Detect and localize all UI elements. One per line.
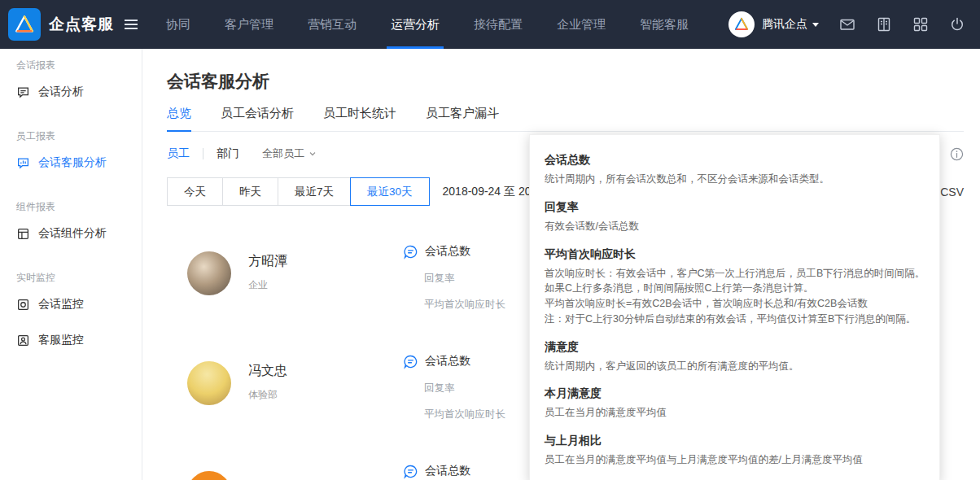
filter-by-employee[interactable]: 员工 xyxy=(167,146,190,161)
chat-total-icon xyxy=(403,464,418,479)
metric-avg-first-response-label: 平均首次响应时长 xyxy=(424,408,505,421)
menu-icon[interactable] xyxy=(125,20,138,29)
page-title: 会话客服分析 xyxy=(167,70,964,93)
sidebar-item-agent-monitor[interactable]: 客服监控 xyxy=(0,322,142,358)
tooltip-section: 平均首次响应时长 首次响应时长：有效会话中，客户C第一次上行消息后，员工B下行消… xyxy=(545,246,928,327)
navbar-right: 腾讯企点 xyxy=(728,11,965,37)
info-icon[interactable] xyxy=(950,147,964,161)
sidebar-section-component-reports: 组件报表 xyxy=(16,200,142,214)
tooltip-title: 满意度 xyxy=(545,338,928,355)
triangle-logo-icon xyxy=(733,15,750,33)
tooltip-section: 会话总数 统计周期内，所有会话次数总和，不区分会话来源和会话类型。 xyxy=(545,151,928,187)
sidebar-item-session-analysis[interactable]: 会话分析 xyxy=(0,74,142,110)
sidebar-section-staff-reports: 员工报表 xyxy=(16,129,142,143)
account-avatar[interactable] xyxy=(728,11,755,37)
employee-scope-dropdown[interactable]: 全部员工 xyxy=(262,146,317,161)
tooltip-body: 员工在当月的满意度平均值与上月满意度平均值的差/上月满意度平均值 xyxy=(545,452,928,468)
tooltip-title: 平均首次响应时长 xyxy=(545,246,928,262)
chat-total-icon xyxy=(403,244,418,260)
tab-staff-session-analysis[interactable]: 员工会话分析 xyxy=(221,106,294,131)
tooltip-body: 统计周期内，所有会话次数总和，不区分会话来源和会话类型。 xyxy=(545,172,928,187)
contacts-book-icon[interactable] xyxy=(876,16,892,33)
monitor-icon xyxy=(16,298,30,312)
tooltip-section: 与上月相比 员工在当月的满意度平均值与上月满意度平均值的差/上月满意度平均值 xyxy=(545,432,928,468)
metric-total-label: 会话总数 xyxy=(425,464,470,478)
power-icon[interactable] xyxy=(949,16,965,33)
chat-total-icon xyxy=(403,354,418,369)
account-name: 腾讯企点 xyxy=(762,17,807,32)
tooltip-body: 有效会话数/会话总数 xyxy=(545,219,928,234)
metrics-block: 会话总数 回复率 平均首次响应时长 xyxy=(403,243,505,312)
tooltip-title: 本月满意度 xyxy=(545,385,928,401)
sidebar-item-session-component-analysis[interactable]: 会话组件分析 xyxy=(0,216,142,251)
tab-staff-duration-stats[interactable]: 员工时长统计 xyxy=(323,106,396,131)
nav-item-collab[interactable]: 协同 xyxy=(149,0,208,49)
mail-icon[interactable] xyxy=(839,16,855,33)
agent-monitor-icon xyxy=(16,334,30,347)
export-csv-button[interactable]: CSV xyxy=(940,185,964,199)
tooltip-body: 统计周期内，客户返回的该员工的所有满意度的平均值。 xyxy=(545,359,928,374)
sidebar-section-session-reports: 会话报表 xyxy=(16,59,142,72)
nav-item-operations-analysis[interactable]: 运营分析 xyxy=(374,0,457,49)
metric-reply-rate-label: 回复率 xyxy=(424,382,505,395)
metric-reply-rate-label: 回复率 xyxy=(424,272,505,286)
triangle-logo-icon xyxy=(12,12,37,37)
employee-department: 体验部 xyxy=(248,388,287,402)
qidian-logo[interactable] xyxy=(8,8,41,41)
chevron-down-icon xyxy=(308,150,317,158)
metrics-block: 会话总数 回复率 平均首次响应时长 xyxy=(403,353,505,421)
date-range-presets: 今天 昨天 最近7天 最近30天 xyxy=(167,177,430,206)
filter-by-department[interactable]: 部门 xyxy=(217,146,239,161)
sidebar-item-session-service-analysis[interactable]: 会话客服分析 xyxy=(0,145,142,181)
sidebar-item-session-monitor[interactable]: 会话监控 xyxy=(0,286,142,322)
component-icon xyxy=(16,227,30,241)
employee-avatar[interactable] xyxy=(187,471,231,480)
metrics-block: 会话总数 xyxy=(403,463,470,479)
nav-item-marketing[interactable]: 营销互动 xyxy=(291,0,374,49)
tooltip-section: 满意度 统计周期内，客户返回的该员工的所有满意度的平均值。 xyxy=(545,338,928,374)
tooltip-body: 员工在当月的满意度平均值 xyxy=(545,405,928,421)
date-button-last30days[interactable]: 最近30天 xyxy=(350,177,430,206)
account-menu[interactable]: 腾讯企点 xyxy=(762,17,819,32)
tooltip-body: 首次响应时长：有效会话中，客户C第一次上行消息后，员工B下行消息的时间间隔。 如… xyxy=(545,266,928,327)
chat-bubble-icon xyxy=(16,85,30,99)
metric-total-label: 会话总数 xyxy=(425,244,470,259)
employee-avatar[interactable] xyxy=(187,251,231,295)
sidebar-section-realtime-monitor: 实时监控 xyxy=(16,271,142,285)
employee-name: 方昭潭 xyxy=(248,253,287,270)
date-button-last7days[interactable]: 最近7天 xyxy=(278,177,351,206)
apps-grid-icon[interactable] xyxy=(912,16,929,33)
tab-overview[interactable]: 总览 xyxy=(167,106,191,131)
tooltip-title: 与上月相比 xyxy=(545,432,928,448)
employee-avatar[interactable] xyxy=(187,361,231,405)
sidebar: 会话报表 会话分析 员工报表 会话客服分析 组件报表 会话组件分析 实时监控 会… xyxy=(0,49,142,480)
tooltip-title: 会话总数 xyxy=(545,151,928,168)
chat-service-icon xyxy=(16,156,30,170)
employee-name: 冯文忠 xyxy=(248,363,287,380)
nav-item-customer-mgmt[interactable]: 客户管理 xyxy=(208,0,291,49)
tooltip-title: 回复率 xyxy=(545,199,928,215)
nav-item-enterprise-mgmt[interactable]: 企业管理 xyxy=(540,0,623,49)
metric-avg-first-response-label: 平均首次响应时长 xyxy=(424,298,505,312)
tooltip-section: 回复率 有效会话数/会话总数 xyxy=(545,199,928,234)
primary-nav: 协同 客户管理 营销互动 运营分析 接待配置 企业管理 智能客服 xyxy=(149,0,706,49)
metric-definitions-tooltip: 会话总数 统计周期内，所有会话次数总和，不区分会话来源和会话类型。 回复率 有效… xyxy=(529,134,940,480)
chevron-down-icon xyxy=(812,23,819,27)
analysis-tabs: 总览 员工会话分析 员工时长统计 员工客户漏斗 xyxy=(167,106,964,132)
nav-item-reception-config[interactable]: 接待配置 xyxy=(457,0,540,49)
date-button-yesterday[interactable]: 昨天 xyxy=(222,177,278,206)
date-button-today[interactable]: 今天 xyxy=(167,177,223,206)
tooltip-section: 本月满意度 员工在当月的满意度平均值 xyxy=(545,385,928,421)
nav-item-smart-service[interactable]: 智能客服 xyxy=(623,0,706,49)
employee-department: 企业 xyxy=(248,278,287,292)
top-navbar: 企点客服 协同 客户管理 营销互动 运营分析 接待配置 企业管理 智能客服 腾讯… xyxy=(0,0,980,49)
tab-staff-customer-funnel[interactable]: 员工客户漏斗 xyxy=(426,106,499,131)
metric-total-label: 会话总数 xyxy=(425,354,470,369)
filter-divider xyxy=(203,148,203,159)
brand-title: 企点客服 xyxy=(49,14,114,35)
